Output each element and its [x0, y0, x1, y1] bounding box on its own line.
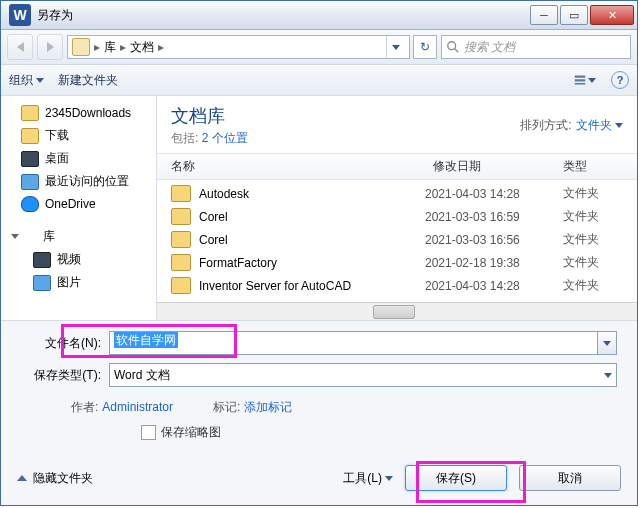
- navbar: ▸ 库 ▸ 文档 ▸ ↻ 搜索 文档: [1, 30, 637, 65]
- table-row[interactable]: FormatFactory2021-02-18 19:38文件夹: [157, 251, 637, 274]
- filetype-select[interactable]: Word 文档: [109, 363, 617, 387]
- cancel-button[interactable]: 取消: [519, 465, 621, 491]
- save-thumbnail-label: 保存缩略图: [161, 424, 221, 441]
- col-type[interactable]: 类型: [563, 158, 623, 175]
- filename-label: 文件名(N):: [11, 335, 109, 352]
- chevron-down-icon: [615, 123, 623, 128]
- file-type: 文件夹: [563, 254, 623, 271]
- folder-icon: [171, 277, 191, 294]
- save-as-dialog: W 另存为 ─ ▭ ✕ ▸ 库 ▸ 文档 ▸ ↻ 搜索 文档 组织: [0, 0, 638, 506]
- library-subtitle: 包括: 2 个位置: [171, 130, 248, 147]
- search-placeholder: 搜索 文档: [464, 39, 515, 56]
- horizontal-scrollbar[interactable]: [157, 302, 637, 320]
- file-type: 文件夹: [563, 185, 623, 202]
- window-title: 另存为: [37, 7, 529, 24]
- dialog-body: 2345Downloads 下载 桌面 最近访问的位置 OneDrive 库 视…: [1, 96, 637, 320]
- search-input[interactable]: 搜索 文档: [441, 35, 631, 59]
- toolbar: 组织 新建文件夹 ?: [1, 65, 637, 96]
- sidebar: 2345Downloads 下载 桌面 最近访问的位置 OneDrive 库 视…: [1, 96, 157, 320]
- help-button[interactable]: ?: [611, 71, 629, 89]
- chevron-up-icon: [17, 475, 27, 481]
- recent-icon: [21, 174, 39, 190]
- chevron-down-icon: [588, 78, 596, 83]
- filename-dropdown[interactable]: [598, 331, 617, 355]
- author-label: 作者:: [71, 400, 98, 414]
- close-button[interactable]: ✕: [590, 5, 634, 25]
- footer: 隐藏文件夹 工具(L) 保存(S) 取消: [1, 455, 637, 505]
- table-row[interactable]: Corel2021-03-03 16:59文件夹: [157, 205, 637, 228]
- file-date: 2021-02-18 19:38: [425, 256, 555, 270]
- breadcrumb-item[interactable]: 文档: [130, 39, 154, 56]
- filename-value: 软件自学网: [114, 332, 178, 348]
- save-thumbnail-checkbox[interactable]: [141, 425, 156, 440]
- sort-label: 排列方式:: [520, 117, 571, 134]
- table-row[interactable]: Corel2021-03-03 16:56文件夹: [157, 228, 637, 251]
- view-options-button[interactable]: [573, 70, 597, 90]
- svg-point-0: [448, 42, 456, 50]
- refresh-button[interactable]: ↻: [413, 35, 437, 59]
- library-icon: [72, 38, 90, 56]
- nav-forward-button[interactable]: [37, 34, 63, 60]
- minimize-button[interactable]: ─: [530, 5, 558, 25]
- maximize-button[interactable]: ▭: [560, 5, 588, 25]
- organize-button[interactable]: 组织: [9, 72, 44, 89]
- folder-icon: [21, 128, 39, 144]
- breadcrumb-dropdown[interactable]: [386, 36, 405, 58]
- save-form: 文件名(N): 软件自学网 保存类型(T): Word 文档 作者:Admini…: [1, 320, 637, 455]
- hide-folders-button[interactable]: 隐藏文件夹: [17, 470, 93, 487]
- chevron-right-icon: ▸: [94, 40, 100, 54]
- breadcrumb-item[interactable]: 库: [104, 39, 116, 56]
- table-row[interactable]: Inventor Server for AutoCAD2021-04-03 14…: [157, 274, 637, 297]
- breadcrumb[interactable]: ▸ 库 ▸ 文档 ▸: [67, 35, 410, 59]
- column-headers[interactable]: 名称 修改日期 类型: [157, 153, 637, 180]
- sidebar-item-downloads[interactable]: 下载: [1, 124, 156, 147]
- sidebar-item-videos[interactable]: 视频: [1, 248, 156, 271]
- scrollbar-thumb[interactable]: [373, 305, 415, 319]
- sort-value[interactable]: 文件夹: [576, 117, 623, 134]
- nav-back-button[interactable]: [7, 34, 33, 60]
- desktop-icon: [21, 151, 39, 167]
- sidebar-item-2345downloads[interactable]: 2345Downloads: [1, 102, 156, 124]
- chevron-right-icon: ▸: [158, 40, 164, 54]
- filename-input[interactable]: 软件自学网: [109, 331, 598, 355]
- folder-icon: [171, 185, 191, 202]
- video-icon: [33, 252, 51, 268]
- chevron-right-icon: ▸: [120, 40, 126, 54]
- main-pane: 文档库 包括: 2 个位置 排列方式: 文件夹 名称 修改日期 类型 Autod…: [157, 96, 637, 320]
- filetype-value: Word 文档: [114, 367, 170, 384]
- library-icon: [23, 230, 39, 244]
- col-name[interactable]: 名称: [171, 158, 433, 175]
- folder-icon: [171, 231, 191, 248]
- library-header: 文档库 包括: 2 个位置 排列方式: 文件夹: [157, 96, 637, 153]
- sidebar-item-onedrive[interactable]: OneDrive: [1, 193, 156, 215]
- file-date: 2021-03-03 16:59: [425, 210, 555, 224]
- search-icon: [446, 40, 460, 54]
- file-name: Corel: [199, 210, 417, 224]
- sidebar-item-pictures[interactable]: 图片: [1, 271, 156, 294]
- library-title: 文档库: [171, 104, 248, 128]
- svg-rect-3: [575, 79, 586, 81]
- folder-icon: [171, 254, 191, 271]
- file-list: Autodesk2021-04-03 14:28文件夹Corel2021-03-…: [157, 180, 637, 302]
- file-name: Corel: [199, 233, 417, 247]
- new-folder-button[interactable]: 新建文件夹: [58, 72, 118, 89]
- folder-icon: [171, 208, 191, 225]
- file-date: 2021-04-03 14:28: [425, 279, 555, 293]
- file-type: 文件夹: [563, 277, 623, 294]
- sidebar-item-desktop[interactable]: 桌面: [1, 147, 156, 170]
- file-type: 文件夹: [563, 208, 623, 225]
- tags-value[interactable]: 添加标记: [244, 400, 292, 414]
- table-row[interactable]: Autodesk2021-04-03 14:28文件夹: [157, 182, 637, 205]
- col-date[interactable]: 修改日期: [433, 158, 563, 175]
- library-locations-link[interactable]: 2 个位置: [202, 131, 248, 145]
- tools-button[interactable]: 工具(L): [343, 470, 393, 487]
- author-value[interactable]: Administrator: [102, 400, 173, 414]
- sidebar-group-libraries[interactable]: 库: [1, 225, 156, 248]
- image-icon: [33, 275, 51, 291]
- file-name: FormatFactory: [199, 256, 417, 270]
- expand-icon: [11, 234, 19, 239]
- sidebar-item-recent[interactable]: 最近访问的位置: [1, 170, 156, 193]
- cloud-icon: [21, 196, 39, 212]
- chevron-down-icon: [36, 78, 44, 83]
- save-button[interactable]: 保存(S): [405, 465, 507, 491]
